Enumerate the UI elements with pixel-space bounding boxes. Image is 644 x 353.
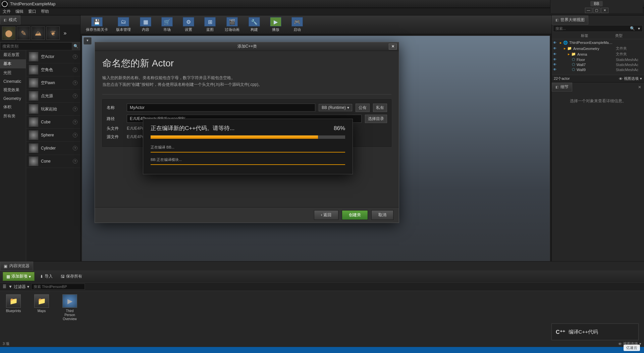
unreal-logo-icon bbox=[97, 44, 103, 50]
progress-bar bbox=[151, 135, 345, 139]
dialog-titlebar[interactable]: 添加C++类 ✕ bbox=[95, 42, 399, 51]
dialog-description: 输入您的新类的名称。类名称仅能包含字母，数字字符并且不能包含空格。 当您点击下面… bbox=[102, 74, 391, 88]
progress-sub-1: 正在编译 BB... bbox=[151, 143, 345, 153]
public-button[interactable]: 公有 bbox=[356, 104, 370, 112]
progress-sub-2: BB:正在编译模块... bbox=[151, 156, 345, 165]
create-class-button[interactable]: 创建类 bbox=[342, 210, 368, 220]
cancel-button[interactable]: 取消 bbox=[371, 210, 393, 220]
chevron-down-icon: ▾ bbox=[347, 105, 349, 110]
dialog-overlay: 添加C++类 ✕ 命名您的新 Actor 输入您的新类的名称。类名称仅能包含字母… bbox=[0, 0, 644, 353]
source-label: 源文件 bbox=[107, 134, 123, 140]
progress-fill bbox=[151, 135, 318, 139]
name-label: 名称 bbox=[107, 105, 123, 111]
path-label: 路径 bbox=[107, 116, 123, 122]
back-button[interactable]: ‹ 返回 bbox=[314, 210, 338, 220]
module-dropdown[interactable]: BB (Runtime)▾ bbox=[319, 104, 352, 111]
watermark: 亿速云 bbox=[624, 345, 640, 351]
choose-folder-button[interactable]: 选择目录 bbox=[365, 115, 387, 123]
class-name-input[interactable] bbox=[127, 104, 315, 112]
progress-percent: 86% bbox=[334, 125, 345, 132]
dialog-heading: 命名您的新 Actor bbox=[102, 57, 391, 70]
dialog-title: 添加C++类 bbox=[106, 44, 389, 49]
chevron-left-icon: ‹ bbox=[321, 213, 323, 217]
compile-progress-dialog: 正在编译新的C++代码。请等待... 86% 正在编译 BB... BB:正在编… bbox=[143, 119, 353, 174]
dialog-close-button[interactable]: ✕ bbox=[389, 44, 397, 50]
private-button[interactable]: 私有 bbox=[373, 104, 387, 112]
header-label: 头文件 bbox=[107, 126, 123, 131]
progress-message: 正在编译新的C++代码。请等待... bbox=[151, 124, 234, 132]
